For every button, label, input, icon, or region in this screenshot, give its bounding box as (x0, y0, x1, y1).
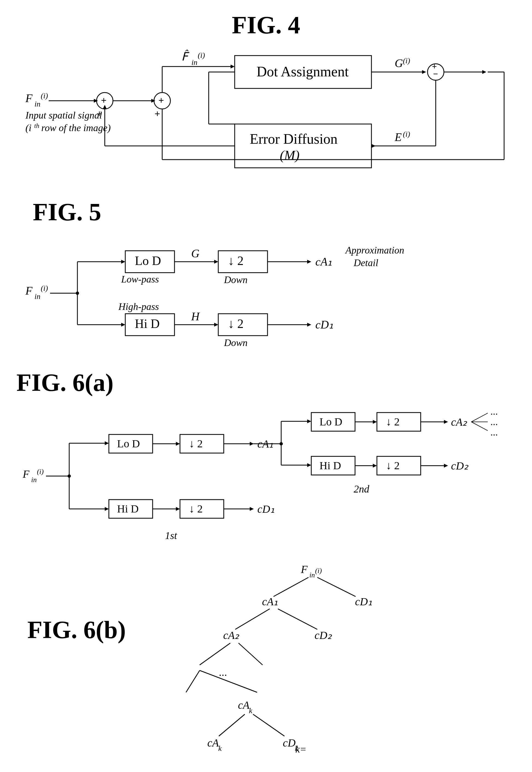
fig6b-line-ca1-ca2 (235, 609, 270, 629)
fig4-sum3-minus: − (433, 69, 438, 79)
fig6a-arrow-upper2 (307, 419, 311, 423)
fig4-title: FIG. 4 (232, 11, 300, 39)
fig6b-ca2-label: cA₂ (223, 629, 239, 642)
fig6a-down2-text: ↓ 2 (189, 503, 203, 515)
fig4-sum1-plus-bottom: + (97, 108, 102, 119)
fig4-fin-label: F (25, 92, 33, 104)
fig6b-line-cak-bot-r (253, 714, 284, 736)
fig6a-down1-text: ↓ 2 (189, 437, 203, 450)
fig6a-dots2: ... (490, 416, 498, 427)
fig6b-section: FIG. 6(b) F in (i) cA₁ cD₁ (16, 561, 516, 753)
fig4-fhatin-label: F̂ (181, 50, 190, 63)
page: FIG. 4 F in (i) + + F̂ (0, 0, 532, 772)
fig6b-line-cak-r (200, 671, 257, 692)
fig5-arrow-upper (121, 260, 125, 264)
fig5-arrow-ca1 (307, 260, 311, 264)
fig5-arrow-cd1 (307, 323, 311, 327)
fig6a-dots3: ... (490, 427, 498, 438)
fig6b-fin-label: F (301, 563, 308, 575)
fig5-arrow-g (214, 260, 218, 264)
fig6a-ca2-label: cA₂ (451, 416, 467, 428)
fig4-input-label2: (i (25, 122, 31, 133)
fig6b-ca1-label: cA₁ (262, 596, 278, 608)
fig6b-cd1-label: cD₁ (355, 596, 372, 608)
fig6a-arrow-hid2-down (373, 464, 377, 468)
fig5-lod-text: Lo D (135, 254, 161, 268)
fig6a-lod2-text: Lo D (319, 416, 342, 428)
fig6b-dots-label: ... (219, 666, 227, 678)
fig5-section: FIG. 5 F in (i) Lo D Low-pass (16, 198, 516, 360)
fig4-sum2-plus-bottom: + (155, 108, 160, 119)
fig4-arrow-top (231, 65, 235, 68)
fig6a-section: FIG. 6(a) F in (i) Lo D (16, 368, 516, 553)
fig6b-diagram: F in (i) cA₁ cD₁ cA₂ cD₂ (148, 561, 503, 753)
fig4-fin-sub: in (34, 100, 40, 108)
fig6b-k-eq-label: k= (295, 744, 306, 753)
fig6a-arrow-cd1 (250, 507, 254, 511)
fig5-down-label1: Down (224, 274, 248, 285)
fig6b-title: FIG. 6(b) (27, 616, 126, 643)
fig4-diagram: F in (i) + + F̂ in (i) Dot (17, 45, 515, 187)
fig4-g-label: G (395, 57, 403, 69)
fig6a-arrow-lower2 (307, 463, 311, 467)
fig6a-diagram: F in (i) Lo D ↓ 2 (17, 399, 515, 553)
fig6b-line-cak-bot-l (219, 714, 245, 736)
fig5-cd1-label: cD₁ (315, 318, 333, 331)
fig6b-fin-sup: (i) (315, 567, 322, 574)
fig6a-hid1-text: Hi D (117, 503, 139, 515)
fig6b-line-ca1-cd2 (278, 609, 317, 629)
fig6a-fin-sub: in (31, 476, 37, 484)
fig5-down1-text: ↓ 2 (228, 254, 244, 268)
fig6a-arrow-ca2 (444, 420, 448, 424)
fig6b-cak-top-label: cA (238, 699, 250, 711)
fig6a-2nd-label: 2nd (354, 483, 370, 495)
fig4-input-label1: Input spatial signal (25, 110, 102, 121)
fig5-ca1-label: cA₁ (315, 256, 332, 268)
fig6a-title: FIG. 6(a) (16, 369, 114, 396)
fig6b-line-ca2-r (239, 643, 263, 665)
fig6b-cdk-bot-label: cD (283, 737, 296, 749)
fig4-sum2-plus: + (158, 95, 164, 106)
fig4-arrow1 (94, 99, 98, 103)
fig6a-fin-label: F (22, 468, 30, 480)
fig6b-line-ca2-l (200, 643, 230, 665)
fig6a-down3-text: ↓ 2 (386, 416, 400, 428)
fig6b-fin-sub: in (309, 571, 315, 579)
fig6a-arrow-hid-down1 (176, 507, 180, 511)
fig5-arrow-h (214, 323, 218, 327)
fig6a-lod1-text: Lo D (117, 437, 140, 450)
fig4-arrow2 (151, 99, 155, 103)
fig5-down-label2: Down (224, 337, 248, 348)
fig6a-arrow-lod2-down (373, 420, 377, 424)
fig6a-cd1-label: cD₁ (257, 503, 275, 515)
fig5-g-label: G (191, 247, 199, 260)
fig6a-hid2-text: Hi D (319, 459, 341, 472)
fig6a-arrow-upper1 (105, 441, 109, 445)
fig6a-cd2-label: cD₂ (451, 460, 469, 472)
fig5-detail-label: Detail (353, 257, 378, 268)
fig6b-line-cak-l (186, 671, 200, 692)
fig6a-arrow-ca1 (250, 442, 254, 446)
fig4-g-sup: (i) (403, 56, 410, 65)
fig5-h-label: H (191, 310, 200, 323)
fig6a-1st-label: 1st (165, 530, 178, 541)
fig4-fhatin-sup: (i) (198, 51, 205, 59)
fig4-e-sup: (i) (403, 130, 410, 138)
fig4-error-diffusion-m: (M) (280, 148, 300, 162)
fig4-dot-assignment-text: Dot Assignment (257, 64, 349, 79)
fig6b-cak-bot-sub: k (218, 744, 222, 753)
fig6a-arrow-cd2 (444, 464, 448, 468)
fig5-approx-label: Approximation (345, 245, 404, 256)
fig5-down2-text: ↓ 2 (228, 317, 244, 331)
fig4-arrow-e (371, 144, 376, 148)
fig6b-line-f-ca1 (274, 577, 309, 597)
fig4-section: FIG. 4 F in (i) + + F̂ (16, 11, 516, 187)
fig5-fin-label: F (25, 285, 33, 297)
fig6b-cak-bot-label: cA (207, 737, 219, 749)
fig4-error-diffusion-text: Error Diffusion (250, 131, 338, 147)
fig6a-down4-text: ↓ 2 (386, 459, 400, 472)
fig6b-cak-top-sub: k (249, 706, 252, 715)
fig5-diagram: F in (i) Lo D Low-pass Hi D Hi (17, 229, 515, 360)
fig5-lowpass-label: Low-pass (121, 274, 159, 285)
fig6a-arrow-lower1 (105, 507, 109, 511)
